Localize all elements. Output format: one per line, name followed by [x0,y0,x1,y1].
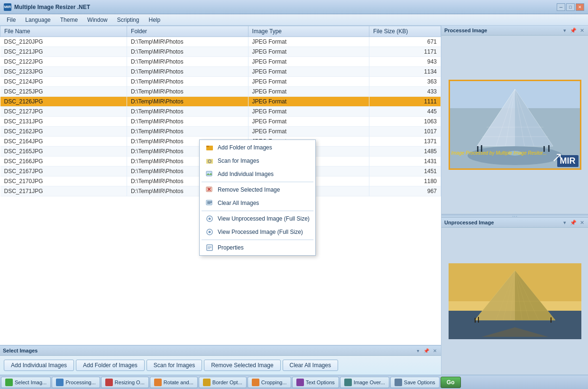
processed-panel-icons: ▾ 📌 ✕ [561,27,585,34]
table-row[interactable]: DSC_2124JPGD:\Temp\MIR\PhotosJPEG Format… [0,77,441,87]
table-cell-filename: DSC_2131JPG [0,117,127,127]
table-cell-filename: DSC_2127JPG [0,107,127,117]
table-cell-folder: D:\Temp\MIR\Photos [127,77,248,87]
table-row[interactable]: DSC_2123JPGD:\Temp\MIR\PhotosJPEG Format… [0,67,441,77]
scan-for-images-button[interactable]: Scan for Images [147,360,202,371]
processed-label: Image Processed by Multiple Image Resito… [451,150,547,156]
panel-pin-icon[interactable]: 📌 [423,347,430,354]
taskbar-btn-selectimag[interactable]: Select Imag... [1,377,51,388]
panel-dropdown-icon[interactable]: ▾ [414,347,421,354]
taskbar-label: Text Options [306,380,335,385]
processed-close-icon[interactable]: ✕ [579,27,585,34]
taskbar-icon [154,379,162,386]
table-cell-filename: DSC_2166JPG [0,157,127,167]
table-cell-type: JPEG Format [248,107,369,117]
menu-file[interactable]: File [2,16,20,24]
processed-dropdown-icon[interactable]: ▾ [561,27,568,34]
taskbar-icon [296,379,304,386]
table-cell-filename: DSC_2121JPG [0,47,127,57]
add-folder-of-images-button[interactable]: Add Folder of Images [76,360,145,371]
table-cell-size: 671 [369,37,441,47]
processed-image-header: Processed Image ▾ 📌 ✕ [441,26,588,36]
go-button[interactable]: Go [441,377,461,388]
right-panel: Processed Image ▾ 📌 ✕ [441,26,588,375]
taskbar-btn-rotateand[interactable]: Rotate and... [150,377,198,388]
ctx-remove-selected[interactable]: Remove Selected Image [200,183,315,196]
taskbar-label: Cropping... [261,380,287,385]
processed-pin-icon[interactable]: 📌 [570,27,577,34]
ctx-properties[interactable]: Properties [200,241,315,254]
table-row[interactable]: DSC_2126JPGD:\Temp\MIR\PhotosJPEG Format… [0,97,441,107]
ctx-scan[interactable]: Scan for Images [200,154,315,167]
table-cell-size: 943 [369,57,441,67]
table-row[interactable]: DSC_2127JPGD:\Temp\MIR\PhotosJPEG Format… [0,107,441,117]
table-cell-size: 1017 [369,127,441,137]
main-content: File Name Folder Image Type File Size (K… [0,26,588,375]
table-cell-filename: DSC_2122JPG [0,57,127,67]
ctx-clear-all[interactable]: Clear All Images [200,196,315,210]
svg-rect-53 [478,317,479,323]
table-cell-folder: D:\Temp\MIR\Photos [127,97,248,107]
unprocessed-image-body [441,228,588,375]
panel-separator[interactable] [441,214,588,218]
table-row[interactable]: DSC_2125JPGD:\Temp\MIR\PhotosJPEG Format… [0,87,441,97]
unprocessed-image-header: Unprocessed Image ▾ 📌 ✕ [441,218,588,228]
left-panel: File Name Folder Image Type File Size (K… [0,26,441,375]
unprocessed-close-icon[interactable]: ✕ [579,219,585,226]
table-row[interactable]: DSC_2162JPGD:\Temp\MIR\PhotosJPEG Format… [0,127,441,137]
table-row[interactable]: DSC_2131JPGD:\Temp\MIR\PhotosJPEG Format… [0,117,441,127]
taskbar-btn-borderopt[interactable]: Border Opt... [199,377,247,388]
taskbar-btn-imageover[interactable]: Image Over... [340,377,389,388]
ctx-add-individual[interactable]: Add Individual Images [200,167,315,181]
menu-bar: File Language Theme Window Scripting Hel… [0,14,588,26]
menu-language[interactable]: Language [20,16,55,24]
clear-all-images-button[interactable]: Clear All Images [283,360,338,371]
taskbar-btn-saveoptions[interactable]: Save Options [390,377,440,388]
taskbar-label: Resizing O... [115,380,145,385]
add-individual-images-button[interactable]: Add Individual Images [4,360,74,371]
remove-selected-image-button[interactable]: Remove Selected Image [204,360,280,371]
menu-scripting[interactable]: Scripting [112,16,144,24]
taskbar-btn-processing[interactable]: Processing... [52,377,100,388]
select-images-panel: Select Images ▾ 📌 ✕ Add Individual Image… [0,345,441,375]
unprocessed-image-canvas [449,263,581,339]
table-cell-type: JPEG Format [248,117,369,127]
close-button[interactable]: ✕ [576,3,584,11]
table-cell-size: 1451 [369,167,441,176]
app-icon: MIR [4,3,11,11]
menu-window[interactable]: Window [83,16,112,24]
table-cell-filename: DSC_2170JPG [0,176,127,186]
table-cell-filename: DSC_2120JPG [0,37,127,47]
table-row[interactable]: DSC_2122JPGD:\Temp\MIR\PhotosJPEG Format… [0,57,441,67]
table-cell-size: 1180 [369,176,441,186]
table-cell-type: JPEG Format [248,47,369,57]
ctx-separator-3 [202,240,313,240]
taskbar-btn-textoptions[interactable]: Text Options [292,377,339,388]
taskbar-icon [5,379,13,386]
ctx-view-unprocessed[interactable]: View Unprocessed Image (Full Size) [200,212,315,225]
taskbar: Select Imag...Processing...Resizing O...… [0,375,588,389]
ctx-add-folder[interactable]: Add Folder of Images [200,141,315,154]
menu-theme[interactable]: Theme [55,16,83,24]
table-row[interactable]: DSC_2120JPGD:\Temp\MIR\PhotosJPEG Format… [0,37,441,47]
taskbar-btn-cropping[interactable]: Cropping... [248,377,291,388]
table-cell-filename: DSC_2124JPG [0,77,127,87]
menu-help[interactable]: Help [144,16,165,24]
table-cell-filename: DSC_2167JPG [0,167,127,176]
ctx-view-processed[interactable]: View Processed Image (Full Size) [200,225,315,239]
window-controls: ─ □ ✕ [557,3,584,11]
taskbar-label: Rotate and... [164,380,193,385]
table-cell-folder: D:\Temp\MIR\Photos [127,47,248,57]
panel-close-icon[interactable]: ✕ [432,347,438,354]
processed-image-canvas: Image Processed by Multiple Image Resito… [449,80,581,170]
unprocessed-dropdown-icon[interactable]: ▾ [561,219,568,226]
table-row[interactable]: DSC_2121JPGD:\Temp\MIR\PhotosJPEG Format… [0,47,441,57]
taskbar-btn-resizingo[interactable]: Resizing O... [101,377,149,388]
maximize-button[interactable]: □ [566,3,575,11]
minimize-button[interactable]: ─ [557,3,565,11]
unprocessed-pin-icon[interactable]: 📌 [570,219,577,226]
table-cell-size: 1171 [369,47,441,57]
table-cell-folder: D:\Temp\MIR\Photos [127,37,248,47]
table-cell-size: 1485 [369,147,441,157]
svg-rect-1 [206,146,209,147]
